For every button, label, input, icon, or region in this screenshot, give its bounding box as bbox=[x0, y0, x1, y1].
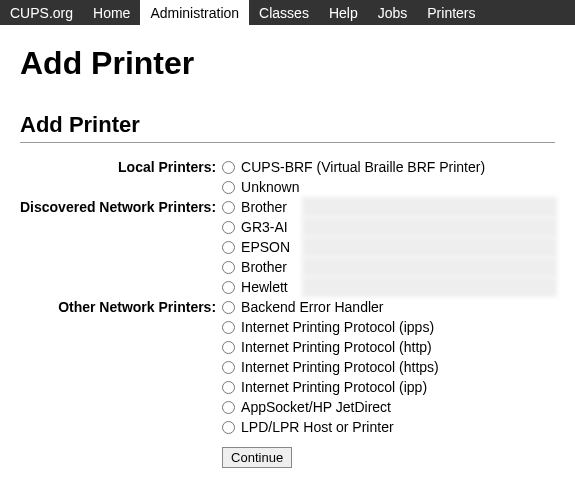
printer-option-label: Unknown bbox=[241, 177, 299, 197]
nav-help[interactable]: Help bbox=[319, 0, 368, 25]
nav-label: CUPS.org bbox=[10, 5, 73, 21]
nav-label: Help bbox=[329, 5, 358, 21]
printer-option[interactable]: Brother bbox=[222, 197, 485, 217]
printer-radio[interactable] bbox=[222, 241, 235, 254]
printer-option-label: EPSON bbox=[241, 237, 290, 257]
printer-option-label: Internet Printing Protocol (http) bbox=[241, 337, 432, 357]
printer-option-label: AppSocket/HP JetDirect bbox=[241, 397, 391, 417]
printer-radio[interactable] bbox=[222, 221, 235, 234]
other-printers-label: Other Network Printers: bbox=[20, 297, 222, 437]
nav-jobs[interactable]: Jobs bbox=[368, 0, 418, 25]
printer-option[interactable]: GR3-AI bbox=[222, 217, 485, 237]
content: Add Printer Add Printer Local Printers: … bbox=[0, 25, 575, 488]
nav-label: Administration bbox=[150, 5, 239, 21]
printer-option-label: GR3-AI bbox=[241, 217, 288, 237]
nav-label: Home bbox=[93, 5, 130, 21]
nav-classes[interactable]: Classes bbox=[249, 0, 319, 25]
printer-option-label: Brother bbox=[241, 197, 287, 217]
navbar: CUPS.org Home Administration Classes Hel… bbox=[0, 0, 575, 25]
page-title: Add Printer bbox=[20, 45, 555, 82]
printer-radio[interactable] bbox=[222, 321, 235, 334]
printer-radio[interactable] bbox=[222, 281, 235, 294]
printer-option-label: LPD/LPR Host or Printer bbox=[241, 417, 394, 437]
obscured-text bbox=[302, 237, 557, 257]
printer-option[interactable]: Internet Printing Protocol (https) bbox=[222, 357, 485, 377]
printer-option-label: Backend Error Handler bbox=[241, 297, 383, 317]
printer-radio[interactable] bbox=[222, 401, 235, 414]
printer-option[interactable]: Unknown bbox=[222, 177, 485, 197]
nav-cups-org[interactable]: CUPS.org bbox=[0, 0, 83, 25]
nav-printers[interactable]: Printers bbox=[417, 0, 485, 25]
continue-button[interactable]: Continue bbox=[222, 447, 292, 468]
printer-option-label: Internet Printing Protocol (https) bbox=[241, 357, 439, 377]
nav-label: Printers bbox=[427, 5, 475, 21]
printer-option[interactable]: CUPS-BRF (Virtual Braille BRF Printer) bbox=[222, 157, 485, 177]
printer-radio[interactable] bbox=[222, 361, 235, 374]
discovered-printers-label: Discovered Network Printers: bbox=[20, 197, 222, 297]
add-printer-form: Local Printers: CUPS-BRF (Virtual Braill… bbox=[20, 157, 485, 468]
obscured-text bbox=[302, 257, 557, 277]
obscured-text bbox=[302, 217, 557, 237]
nav-label: Jobs bbox=[378, 5, 408, 21]
obscured-text bbox=[302, 277, 557, 297]
nav-administration[interactable]: Administration bbox=[140, 0, 249, 25]
section-divider bbox=[20, 142, 555, 143]
printer-option[interactable]: Internet Printing Protocol (ipps) bbox=[222, 317, 485, 337]
printer-option-label: Internet Printing Protocol (ipp) bbox=[241, 377, 427, 397]
printer-radio[interactable] bbox=[222, 421, 235, 434]
printer-option[interactable]: Backend Error Handler bbox=[222, 297, 485, 317]
printer-option-label: Internet Printing Protocol (ipps) bbox=[241, 317, 434, 337]
printer-option[interactable]: Internet Printing Protocol (ipp) bbox=[222, 377, 485, 397]
printer-radio[interactable] bbox=[222, 381, 235, 394]
printer-radio[interactable] bbox=[222, 181, 235, 194]
nav-label: Classes bbox=[259, 5, 309, 21]
printer-radio[interactable] bbox=[222, 301, 235, 314]
printer-radio[interactable] bbox=[222, 201, 235, 214]
printer-option[interactable]: Brother bbox=[222, 257, 485, 277]
printer-option[interactable]: Internet Printing Protocol (http) bbox=[222, 337, 485, 357]
printer-radio[interactable] bbox=[222, 161, 235, 174]
printer-option[interactable]: Hewlett bbox=[222, 277, 485, 297]
obscured-text bbox=[302, 197, 557, 217]
printer-option[interactable]: LPD/LPR Host or Printer bbox=[222, 417, 485, 437]
printer-option[interactable]: AppSocket/HP JetDirect bbox=[222, 397, 485, 417]
printer-option[interactable]: EPSON bbox=[222, 237, 485, 257]
printer-option-label: Hewlett bbox=[241, 277, 288, 297]
local-printers-label: Local Printers: bbox=[20, 157, 222, 197]
printer-radio[interactable] bbox=[222, 341, 235, 354]
section-title: Add Printer bbox=[20, 112, 555, 138]
printer-option-label: CUPS-BRF (Virtual Braille BRF Printer) bbox=[241, 157, 485, 177]
nav-home[interactable]: Home bbox=[83, 0, 140, 25]
printer-radio[interactable] bbox=[222, 261, 235, 274]
printer-option-label: Brother bbox=[241, 257, 287, 277]
